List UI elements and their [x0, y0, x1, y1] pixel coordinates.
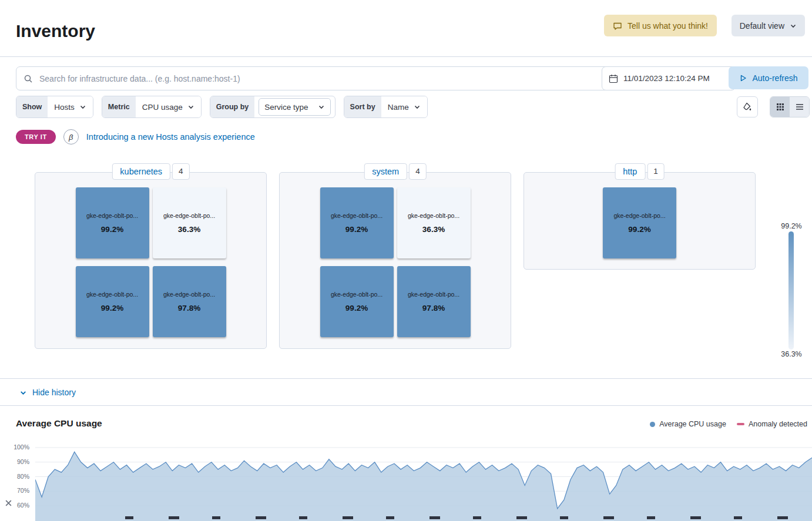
close-icon[interactable]	[5, 499, 12, 507]
chart-title: Average CPU usage	[16, 418, 102, 429]
metric-color-legend	[788, 231, 794, 349]
host-name: gke-edge-oblt-po...	[331, 291, 382, 298]
host-metric-value: 36.3%	[422, 225, 445, 234]
view-label: Default view	[740, 21, 784, 31]
group-label: http1	[615, 163, 665, 180]
host-metric-value: 99.2%	[628, 225, 650, 234]
default-view-button[interactable]: Default view	[732, 15, 805, 36]
table-view-button[interactable]	[790, 97, 809, 117]
group-by-filter-value: Service type	[264, 103, 308, 112]
hosts-analysis-link[interactable]: Introducing a new Hosts analysis experie…	[86, 132, 255, 142]
group-count-badge: 4	[409, 163, 427, 180]
group-by-filter: Group by Service type	[210, 96, 335, 118]
metric-filter: Metric CPU usage	[102, 96, 202, 118]
y-axis-label: 70%	[0, 487, 29, 494]
feedback-button[interactable]: Tell us what you think!	[604, 15, 717, 36]
chart-legend: Average CPU usage Anomaly detected	[650, 420, 807, 428]
beta-callout: TRY IT β Introducing a new Hosts analysi…	[16, 129, 255, 144]
legend-max-label: 99.2%	[773, 222, 810, 230]
host-name: gke-edge-oblt-po...	[163, 212, 215, 219]
play-icon	[739, 74, 747, 82]
calendar-icon	[609, 74, 618, 83]
group-label: kubernetes4	[112, 163, 189, 180]
metric-filter-value: CPU usage	[142, 103, 183, 112]
host-metric-value: 97.8%	[422, 304, 445, 312]
host-name: gke-edge-oblt-po...	[613, 212, 665, 219]
host-tile[interactable]: gke-edge-oblt-po...99.2%	[320, 187, 394, 258]
history-panel: Average CPU usage Average CPU usage Anom…	[0, 405, 812, 521]
search-bar	[16, 66, 609, 90]
chevron-down-icon	[318, 103, 325, 110]
hide-history-toggle[interactable]: Hide history	[19, 388, 76, 397]
y-axis-label: 80%	[0, 473, 29, 480]
legend-options-button[interactable]	[737, 96, 758, 117]
cpu-history-chart	[35, 444, 812, 521]
host-name: gke-edge-oblt-po...	[163, 291, 215, 298]
group-label: system4	[364, 163, 426, 180]
try-it-badge[interactable]: TRY IT	[16, 130, 56, 144]
host-tile[interactable]: gke-edge-oblt-po...99.2%	[76, 266, 149, 337]
host-tile[interactable]: gke-edge-oblt-po...36.3%	[153, 187, 226, 258]
metric-filter-select[interactable]: CPU usage	[136, 96, 201, 117]
group-by-filter-select[interactable]: Service type	[259, 98, 330, 116]
search-icon	[24, 74, 33, 83]
host-tile[interactable]: gke-edge-oblt-po...36.3%	[397, 187, 471, 258]
group-count-badge: 4	[172, 163, 190, 180]
legend-cpu-label: Average CPU usage	[659, 420, 726, 428]
host-tile[interactable]: gke-edge-oblt-po...97.8%	[153, 266, 226, 337]
hide-history-label: Hide history	[32, 388, 76, 397]
waffle-group: system4gke-edge-oblt-po...99.2%gke-edge-…	[279, 172, 511, 349]
host-metric-value: 99.2%	[101, 225, 123, 234]
host-metric-value: 99.2%	[345, 304, 368, 312]
sort-by-filter-select[interactable]: Name	[381, 96, 427, 117]
host-name: gke-edge-oblt-po...	[408, 291, 459, 298]
show-filter: Show Hosts	[16, 96, 93, 118]
anomaly-dash-icon	[737, 423, 744, 425]
grid-view-button[interactable]	[770, 97, 790, 117]
sort-by-filter-value: Name	[388, 103, 409, 112]
header-divider	[0, 56, 812, 57]
page-title: Inventory	[16, 21, 95, 41]
host-tile[interactable]: gke-edge-oblt-po...99.2%	[320, 266, 394, 337]
y-axis-label: 100%	[0, 443, 29, 451]
sort-by-filter: Sort by Name	[344, 96, 428, 118]
show-filter-select[interactable]: Hosts	[48, 96, 93, 117]
legend-min-label: 36.3%	[773, 350, 810, 358]
host-tile[interactable]: gke-edge-oblt-po...99.2%	[76, 187, 149, 258]
inventory-page: Inventory Tell us what you think! Defaul…	[0, 0, 812, 521]
host-name: gke-edge-oblt-po...	[86, 212, 138, 219]
group-name[interactable]: kubernetes	[112, 163, 170, 180]
legend-item-anomaly: Anomaly detected	[737, 420, 807, 428]
host-tile[interactable]: gke-edge-oblt-po...97.8%	[397, 266, 471, 337]
datetime-value: 11/01/2023 12:10:24 PM	[623, 74, 710, 83]
host-metric-value: 97.8%	[178, 304, 200, 312]
waffle-group: http1gke-edge-oblt-po...99.2%	[524, 172, 756, 270]
host-metric-value: 36.3%	[178, 225, 200, 234]
filter-row: Show Hosts Metric CPU usage Group by Ser…	[16, 96, 428, 118]
waffle-group: kubernetes4gke-edge-oblt-po...99.2%gke-e…	[35, 172, 267, 349]
beta-icon: β	[63, 129, 79, 144]
y-axis-label: 90%	[0, 458, 29, 465]
table-view-icon	[796, 103, 804, 111]
host-metric-value: 99.2%	[101, 304, 123, 312]
auto-refresh-button[interactable]: Auto-refresh	[729, 66, 808, 89]
host-name: gke-edge-oblt-po...	[331, 212, 382, 219]
group-name[interactable]: http	[615, 163, 645, 180]
group-by-filter-label: Group by	[210, 96, 255, 117]
series-dot-icon	[650, 422, 655, 427]
section-divider	[0, 378, 812, 379]
legend-anomaly-label: Anomaly detected	[749, 420, 807, 428]
chevron-down-icon	[187, 103, 194, 110]
chevron-down-icon	[790, 22, 797, 29]
metric-filter-label: Metric	[102, 96, 136, 117]
date-picker-button[interactable]: 11/01/2023 12:10:24 PM	[602, 66, 736, 90]
chevron-down-icon	[79, 103, 86, 110]
host-tile[interactable]: gke-edge-oblt-po...99.2%	[603, 187, 676, 258]
sort-by-filter-label: Sort by	[344, 96, 381, 117]
search-input[interactable]	[38, 73, 602, 84]
paint-fill-icon	[743, 102, 752, 112]
group-name[interactable]: system	[364, 163, 407, 180]
tile-grid: gke-edge-oblt-po...99.2%	[603, 187, 676, 258]
show-filter-value: Hosts	[54, 103, 75, 112]
feedback-label: Tell us what you think!	[628, 21, 708, 31]
